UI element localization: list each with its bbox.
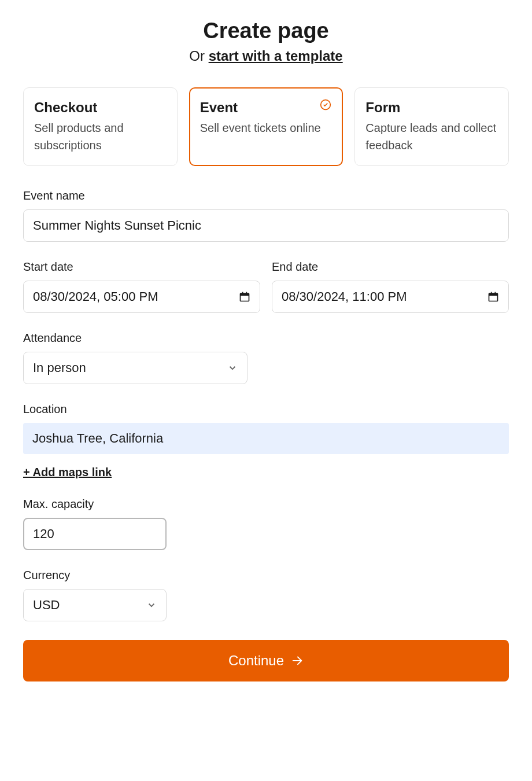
- event-name-group: Event name: [23, 189, 509, 242]
- type-card-title: Checkout: [34, 100, 167, 116]
- type-card-desc: Capture leads and collect feedback: [365, 119, 498, 154]
- location-group: Location + Add maps link: [23, 403, 509, 479]
- end-date-input[interactable]: 08/30/2024, 11:00 PM: [272, 281, 509, 313]
- calendar-icon: [239, 291, 250, 303]
- svg-rect-2: [241, 293, 249, 296]
- currency-group: Currency USD: [23, 569, 509, 621]
- type-card-desc: Sell products and subscriptions: [34, 119, 167, 154]
- event-name-label: Event name: [23, 189, 509, 202]
- type-card-title: Form: [365, 100, 498, 116]
- type-cards: Checkout Sell products and subscriptions…: [23, 87, 509, 166]
- start-date-input[interactable]: 08/30/2024, 05:00 PM: [23, 281, 260, 313]
- end-date-label: End date: [272, 260, 509, 274]
- attendance-select[interactable]: In person: [23, 352, 247, 384]
- currency-select[interactable]: USD: [23, 589, 167, 621]
- subtitle: Or start with a template: [23, 48, 509, 64]
- attendance-value: In person: [33, 360, 86, 375]
- date-group: Start date 08/30/2024, 05:00 PM End date…: [23, 260, 509, 313]
- page-title: Create page: [23, 19, 509, 43]
- attendance-group: Attendance In person: [23, 331, 509, 384]
- chevron-down-icon: [227, 363, 238, 373]
- subtitle-prefix: Or: [189, 48, 208, 64]
- end-date-value: 08/30/2024, 11:00 PM: [282, 289, 407, 304]
- type-card-title: Event: [200, 100, 332, 116]
- type-card-checkout[interactable]: Checkout Sell products and subscriptions: [23, 87, 178, 166]
- check-circle-icon: [320, 99, 331, 110]
- currency-value: USD: [33, 598, 60, 612]
- calendar-icon: [487, 291, 499, 303]
- location-label: Location: [23, 403, 509, 416]
- capacity-label: Max. capacity: [23, 498, 509, 511]
- location-input[interactable]: [23, 423, 509, 454]
- capacity-input[interactable]: [23, 518, 167, 550]
- svg-rect-6: [489, 293, 498, 296]
- capacity-group: Max. capacity: [23, 498, 509, 550]
- continue-button[interactable]: Continue: [23, 640, 509, 681]
- attendance-label: Attendance: [23, 331, 509, 345]
- type-card-form[interactable]: Form Capture leads and collect feedback: [354, 87, 509, 166]
- add-maps-link[interactable]: + Add maps link: [23, 466, 112, 479]
- header: Create page Or start with a template: [23, 19, 509, 64]
- start-date-value: 08/30/2024, 05:00 PM: [33, 289, 158, 304]
- chevron-down-icon: [146, 600, 157, 610]
- type-card-event[interactable]: Event Sell event tickets online: [189, 87, 343, 166]
- event-name-input[interactable]: [23, 209, 509, 242]
- continue-label: Continue: [228, 653, 284, 669]
- type-card-desc: Sell event tickets online: [200, 119, 332, 137]
- start-date-label: Start date: [23, 260, 260, 274]
- template-link[interactable]: start with a template: [209, 48, 343, 64]
- currency-label: Currency: [23, 569, 509, 582]
- arrow-right-icon: [291, 654, 304, 667]
